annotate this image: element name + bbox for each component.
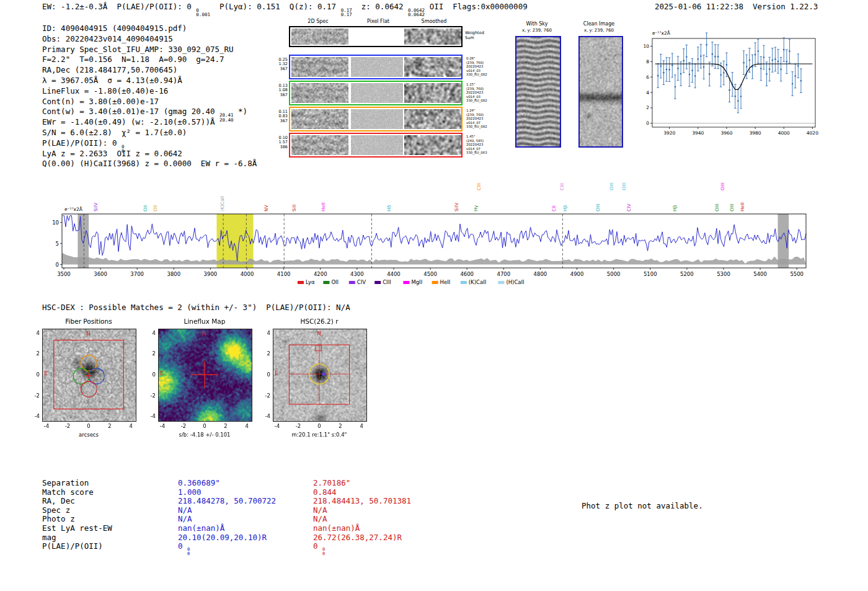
info-line: LineFlux = -1.80(±0.40)e-16: [42, 86, 257, 97]
data-point: [686, 56, 688, 58]
line-id-label: Hβ: [562, 205, 568, 211]
x-tick-label: 3980: [750, 130, 761, 136]
line-id-label: OIII: [714, 203, 720, 211]
2d-spec-image: [291, 109, 348, 129]
data-point: [726, 64, 728, 66]
row-label: P(LAE)/P(OII): [42, 542, 112, 551]
row-label: mag: [42, 533, 112, 543]
pixel-flat-image: [351, 109, 403, 129]
with-sky-image: [516, 37, 560, 146]
x-tick-label: 5400: [753, 271, 767, 277]
data-point: [694, 75, 696, 77]
data-point: [766, 73, 768, 75]
north-label: N: [202, 331, 206, 337]
y-tick-label: 2: [255, 350, 270, 357]
data-point: [703, 66, 705, 68]
summary-header: EW: -1.2±-0.3Å P(LAE)/P(OII): 0 00.001 P…: [42, 2, 528, 17]
annotation-line: 1.24": [466, 109, 505, 113]
annotation-line: 330_RU_082: [466, 99, 505, 103]
match-value: 0.844: [313, 488, 411, 497]
2d-spec-image: [291, 135, 348, 155]
pixel-flat-image: [351, 135, 403, 155]
data-point: [717, 56, 719, 58]
y-tick-label: 4: [141, 330, 156, 336]
line-id-label: HeII: [740, 202, 745, 211]
neighbor-marker: [322, 372, 325, 375]
data-point: [789, 50, 790, 52]
data-point: [706, 44, 707, 46]
text-segment: 0: [313, 541, 322, 551]
text-segment: nan(±nan)Å: [313, 523, 360, 533]
x-tick-label: 2: [219, 423, 232, 429]
match-value: 26.72(26.38,27.24)R: [313, 533, 411, 543]
text-segment: Primary Spec_Slot_IFU_AMP: 330_092_075_R…: [42, 45, 234, 54]
annotation-line: v014_03: [466, 95, 505, 99]
info-line: P(LAE)/P(OII): 0 00: [42, 138, 257, 149]
x-tick-label: 4400: [387, 271, 401, 277]
y-tick-label: -4: [25, 413, 40, 419]
annotation-line: 20220423: [466, 143, 505, 147]
line-id-label: CII: [551, 205, 557, 211]
annotation-line: 1.15": [466, 82, 505, 87]
row-weights: 0.251.32367: [273, 58, 288, 71]
line-id-label: OII: [143, 205, 148, 211]
spec2d-row: 0.131.083671.15"(239, 760)20220423v014_0…: [289, 81, 463, 105]
data-point: [746, 66, 748, 68]
x-tick-label: 3960: [720, 130, 732, 136]
spec2d-row: 0.101.573861.45"(240, 585)20220423v014_0…: [289, 133, 463, 158]
smoothed-image: [404, 109, 461, 129]
text-segment: 218.484278, 50.700722: [178, 496, 276, 505]
legend-label: CIV: [357, 279, 366, 285]
data-point: [771, 60, 773, 61]
row-annotation: 1.45"(240, 585)20220423v014_07330_RU_063: [466, 135, 505, 155]
north-label: N: [317, 331, 321, 337]
x-tick-label: 4700: [497, 271, 510, 277]
text-segment: 26.72(26.38,27.24)R: [313, 533, 402, 542]
match-value: 218.484413, 50.701381: [313, 497, 411, 506]
smoothed-image: [404, 135, 461, 155]
legend-label: (K)CaII: [469, 279, 486, 285]
y-tick-label: 0: [56, 262, 59, 268]
data-point: [666, 69, 668, 71]
smoothed-image: [404, 83, 461, 103]
legend-label: (H)CaII: [506, 279, 524, 285]
clean-image-coords: x, y: 239, 760: [562, 28, 636, 33]
x-tick-label: 4300: [350, 271, 364, 277]
info-line: S/N = 6.0(±2.8) χ² = 1.7(±0.0): [42, 128, 257, 138]
text-segment: EWr = -1.40(±0.49) (w: -2.10(±0.57))Å: [42, 117, 215, 127]
data-point: [698, 58, 699, 60]
text-segment: 1.000: [178, 487, 202, 497]
x-tick-label: 4800: [534, 271, 547, 277]
data-point: [720, 74, 722, 76]
text-segment: Obs: 20220423v014_4090404915: [42, 34, 173, 43]
y-tick-label: -2: [141, 393, 156, 399]
data-point: [712, 53, 714, 55]
x-tick-label: 5500: [790, 271, 804, 277]
spec2d-col-header: 2D Spec: [290, 19, 346, 24]
data-point: [677, 68, 679, 69]
data-point: [668, 69, 670, 71]
legend-swatch: [432, 281, 438, 284]
x-tick-label: 4000: [241, 271, 254, 277]
fiber-circle: [73, 394, 89, 410]
annotation-line: 20220423: [466, 64, 505, 69]
weight-value: 367: [273, 67, 288, 71]
annotation-line: 20220423: [466, 91, 505, 95]
stacked-fraction: 20.4120.40: [219, 113, 234, 122]
weighted-sum-label: WeightedSum: [465, 31, 484, 40]
text-segment: nan(±nan)Å: [178, 523, 224, 533]
line-id-label: OII: [153, 205, 158, 211]
fiber-positions-xlabel: arcsecs: [27, 432, 151, 438]
fiber-circle: [89, 394, 104, 410]
row-label: Separation: [42, 479, 112, 488]
clean-image: [580, 37, 622, 146]
stack-bottom: 0.17: [341, 12, 352, 17]
text-segment: Cont(w) = 3.40(±0.01)e-17 (gmag 20.40: [42, 107, 219, 116]
match-value: 0 00: [313, 542, 411, 551]
smoothed-image: [404, 57, 461, 77]
text-segment: 20.10(20.09,20.10)R: [178, 533, 267, 542]
detection-info-block: ID: 4090404915 (4090404915.pdf)Obs: 2022…: [42, 24, 257, 169]
text-segment: 2.70186": [313, 478, 350, 487]
data-point: [800, 80, 802, 82]
legend-label: HeII: [440, 279, 451, 285]
